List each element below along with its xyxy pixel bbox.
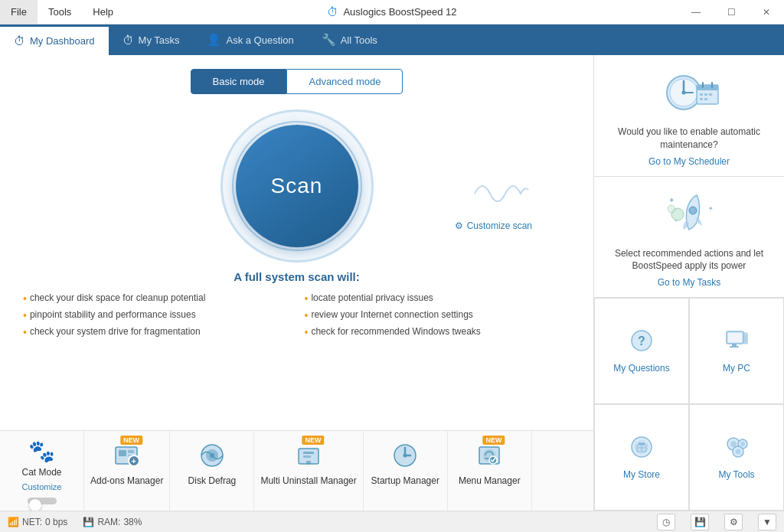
quick-link-store[interactable]: My Store (594, 404, 689, 511)
svg-rect-43 (730, 346, 739, 348)
svg-point-37 (668, 205, 675, 213)
svg-rect-31 (704, 98, 707, 100)
tool-cat-mode[interactable]: 🐾 Cat Mode Customize (0, 431, 84, 511)
quick-link-pc[interactable]: My PC (689, 298, 784, 404)
scan-bullets: • check your disk space for cleanup pote… (23, 292, 570, 338)
status-btn-1[interactable]: ◷ (657, 514, 675, 530)
scan-bullet-4: • locate potential privacy issues (305, 292, 571, 305)
svg-rect-41 (728, 333, 742, 342)
tool-addons[interactable]: NEW + Add-ons Manager (84, 431, 170, 511)
addons-icon: + (110, 439, 144, 472)
basic-mode-button[interactable]: Basic mode (191, 69, 287, 94)
app-title-area: ⏱ Auslogics BoostSpeed 12 (327, 5, 456, 18)
svg-rect-42 (732, 344, 737, 346)
minimize-button[interactable]: — (678, 0, 714, 24)
tool-startup[interactable]: Startup Manager (364, 431, 448, 511)
dashboard-icon: ⏱ (14, 34, 25, 47)
right-card-maintenance: Would you like to enable automatic maint… (594, 55, 784, 177)
scan-button[interactable]: Scan (236, 125, 358, 247)
close-button[interactable]: ✕ (749, 0, 784, 24)
customize-scan-link[interactable]: ⚙ Customize scan (455, 220, 532, 231)
mytools-icon (724, 435, 749, 465)
net-status: 📶 NET: 0 bps (8, 517, 67, 527)
bullet-dot-4: • (305, 292, 309, 305)
cat-mode-toggle[interactable] (28, 498, 57, 504)
net-value: 0 bps (45, 517, 67, 527)
ram-label: RAM: (97, 517, 120, 527)
nav-bar: ⏱ My Dashboard ⏱ My Tasks 👤 Ask a Questi… (0, 24, 784, 55)
pc-label: My PC (723, 363, 750, 374)
svg-point-32 (689, 207, 697, 214)
bullet-dot-3: • (23, 326, 27, 339)
menu-tools[interactable]: Tools (38, 0, 82, 24)
menu-help[interactable]: Help (82, 0, 124, 24)
tool-cat-mode-label: Cat Mode (21, 467, 61, 479)
maintenance-text: Would you like to enable automatic maint… (606, 126, 772, 152)
question-icon: 👤 (207, 33, 221, 47)
uninstall-icon (292, 439, 325, 472)
menu-manager-icon (472, 439, 506, 472)
advanced-mode-button[interactable]: Advanced mode (286, 69, 403, 94)
svg-rect-24 (697, 85, 718, 90)
alltools-icon: 🔧 (322, 33, 336, 47)
svg-text:✦: ✦ (668, 196, 675, 204)
tool-disk-label: Disk Defrag (188, 475, 237, 488)
tasks-text: Select recommended actions and let Boost… (606, 247, 772, 273)
bullet-dot-1: • (23, 292, 27, 305)
quick-links: ? My Questions My PC (594, 298, 784, 511)
maximize-button[interactable]: ☐ (714, 0, 749, 24)
menu-file[interactable]: File (0, 0, 38, 24)
svg-point-52 (730, 441, 737, 447)
right-card-tasks: ✦ ✦ ✦ Select recommended actions and let… (594, 177, 784, 299)
cat-mode-icon: 🐾 (25, 439, 59, 464)
ram-status: 💾 RAM: 38% (83, 517, 142, 527)
quick-link-questions[interactable]: ? My Questions (594, 298, 689, 404)
maintenance-image (655, 66, 724, 119)
svg-point-22 (682, 91, 686, 95)
scan-area: Scan ⚙ Customize scan A full system scan… (0, 102, 593, 430)
bullet-dot-2: • (23, 309, 27, 322)
tool-startup-label: Startup Manager (371, 475, 439, 488)
tool-cat-mode-sublabel[interactable]: Customize (22, 482, 62, 491)
svg-rect-1 (119, 450, 126, 456)
tool-multi-uninstall[interactable]: NEW Multi Uninstall Manager (254, 431, 363, 511)
nav-tasks[interactable]: ⏱ My Tasks (109, 24, 194, 55)
svg-rect-29 (709, 93, 712, 96)
title-bar: File Tools Help ⏱ Auslogics BoostSpeed 1… (0, 0, 784, 24)
svg-point-54 (740, 442, 745, 446)
window-controls: — ☐ ✕ (678, 0, 784, 24)
nav-dashboard[interactable]: ⏱ My Dashboard (0, 24, 109, 55)
store-label: My Store (623, 469, 660, 480)
bullet-dot-6: • (305, 326, 309, 339)
tool-uninstall-label: Multi Uninstall Manager (260, 475, 356, 488)
left-panel: Basic mode Advanced mode Scan ⚙ Customiz… (0, 55, 594, 511)
status-btn-down[interactable]: ▼ (758, 514, 776, 530)
quick-link-mytools[interactable]: My Tools (689, 404, 784, 511)
tool-menu-manager[interactable]: NEW Menu Manager (448, 431, 532, 511)
tool-disk-defrag[interactable]: Disk Defrag (170, 431, 254, 511)
mytools-label: My Tools (718, 469, 754, 480)
app-icon: ⏱ (327, 5, 338, 18)
svg-point-13 (403, 454, 407, 458)
svg-point-56 (736, 449, 741, 455)
tool-addons-label: Add-ons Manager (90, 475, 163, 488)
nav-all-tools[interactable]: 🔧 All Tools (308, 24, 391, 55)
ram-icon: 💾 (83, 517, 94, 527)
tasks-image: ✦ ✦ ✦ (655, 188, 724, 241)
scan-bullet-2: • pinpoint stability and performance iss… (23, 309, 289, 322)
svg-rect-2 (128, 450, 134, 453)
svg-rect-27 (700, 93, 703, 96)
status-btn-settings[interactable]: ⚙ (724, 514, 743, 530)
tasks-link[interactable]: Go to My Tasks (658, 277, 720, 288)
net-icon: 📶 (8, 517, 19, 527)
scheduler-link[interactable]: Go to My Scheduler (648, 156, 730, 167)
svg-rect-30 (700, 98, 703, 100)
disk-defrag-icon (195, 439, 229, 472)
main-layout: Basic mode Advanced mode Scan ⚙ Customiz… (0, 55, 784, 511)
right-panel: Would you like to enable automatic maint… (594, 55, 784, 511)
status-btn-2[interactable]: 💾 (691, 514, 709, 530)
net-label: NET: (22, 517, 42, 527)
svg-rect-45 (745, 335, 746, 342)
nav-question[interactable]: 👤 Ask a Question (193, 24, 307, 55)
tasks-icon: ⏱ (122, 34, 134, 47)
